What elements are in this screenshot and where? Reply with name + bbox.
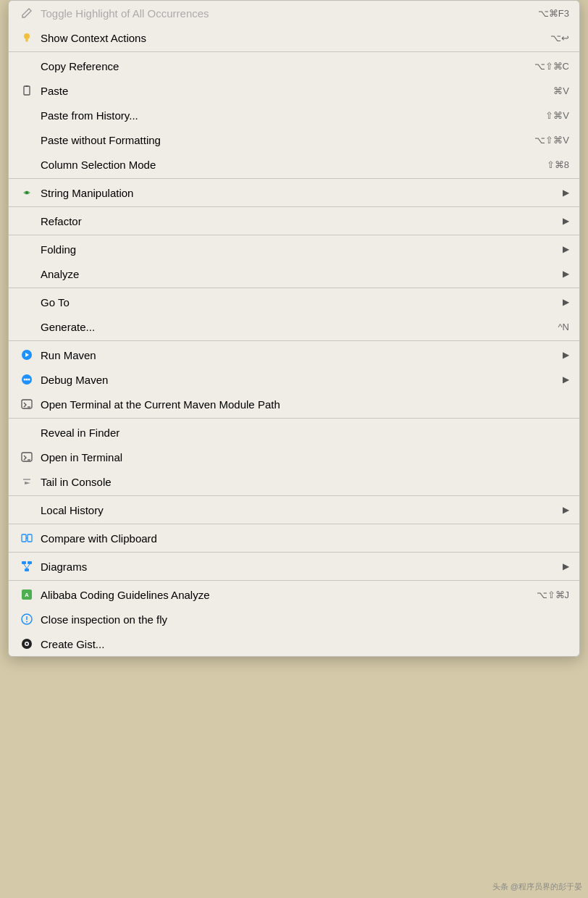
menu-item-shortcut: ⌥⌘F3 (524, 8, 569, 19)
menu-separator (9, 418, 579, 419)
menu-separator (9, 288, 579, 288)
menu-item-label: Copy Reference (41, 60, 520, 72)
menu-item-label: Folding (41, 243, 557, 256)
svg-line-23 (24, 564, 27, 568)
svg-rect-3 (24, 86, 30, 95)
menu-item-label: Local History (41, 504, 557, 516)
menu-separator (9, 580, 579, 581)
svg-rect-20 (22, 561, 26, 564)
svg-rect-18 (28, 534, 32, 542)
menu-item-shortcut: ⇧⌘8 (532, 159, 569, 170)
menu-item-label: Go To (41, 296, 557, 309)
menu-separator (9, 206, 579, 207)
menu-item-label: Close inspection on the fly (41, 613, 569, 626)
menu-item-create-gist[interactable]: Create Gist... (9, 631, 579, 656)
menu-item-paste[interactable]: Paste⌘V (9, 78, 579, 103)
menu-item-refactor[interactable]: Refactor▶ (9, 209, 579, 233)
menu-item-shortcut: ⌘V (539, 85, 569, 96)
menu-item-shortcut: ⌥↩ (536, 33, 569, 43)
menu-separator (9, 178, 579, 179)
menu-item-label: Analyze (41, 268, 557, 280)
menu-item-reveal-in-finder[interactable]: Reveal in Finder (9, 420, 579, 445)
menu-item-open-in-terminal[interactable]: Open in Terminal (9, 445, 579, 469)
menu-item-label: Reveal in Finder (41, 427, 569, 439)
menu-item-label: Refactor (41, 215, 557, 227)
menu-item-label: Paste (41, 85, 539, 97)
submenu-arrow-icon: ▶ (563, 188, 569, 198)
menu-item-generate[interactable]: Generate...^N (9, 314, 579, 339)
menu-item-show-context-actions[interactable]: Show Context Actions⌥↩ (9, 25, 579, 50)
svg-rect-22 (25, 568, 29, 571)
submenu-arrow-icon: ▶ (563, 216, 569, 226)
menu-item-copy-reference[interactable]: Copy Reference⌥⇧⌘C (9, 54, 579, 78)
menu-separator (9, 235, 579, 235)
menu-item-label: Run Maven (41, 349, 557, 361)
alibaba-icon: A (19, 589, 35, 600)
svg-line-24 (27, 564, 30, 568)
menu-item-paste-without-formatting[interactable]: Paste without Formatting⌥⇧⌘V (9, 127, 579, 152)
inspection-icon (19, 613, 35, 625)
menu-item-compare-with-clipboard[interactable]: Compare with Clipboard (9, 526, 579, 550)
menu-item-label: Paste from History... (41, 109, 531, 122)
submenu-arrow-icon: ▶ (563, 374, 569, 385)
svg-marker-16 (25, 482, 30, 484)
submenu-arrow-icon: ▶ (563, 505, 569, 515)
menu-item-shortcut: ⌥⇧⌘V (520, 135, 569, 146)
submenu-arrow-icon: ▶ (563, 350, 569, 360)
menu-item-tail-in-console[interactable]: Tail in Console (9, 469, 579, 494)
menu-item-debug-maven[interactable]: Debug Maven▶ (9, 367, 579, 392)
menu-item-string-manipulation[interactable]: String Manipulation▶ (9, 180, 579, 205)
menu-item-folding[interactable]: Folding▶ (9, 237, 579, 261)
menu-item-shortcut: ⌥⇧⌘J (522, 589, 570, 600)
menu-item-diagrams[interactable]: Diagrams▶ (9, 554, 579, 579)
menu-item-alibaba-coding[interactable]: AAlibaba Coding Guidelines Analyze⌥⇧⌘J (9, 582, 579, 607)
string-icon (19, 187, 35, 198)
menu-separator (9, 51, 579, 52)
menu-separator (9, 340, 579, 341)
svg-point-5 (25, 191, 28, 194)
open-terminal-icon (19, 451, 35, 463)
svg-point-32 (26, 643, 28, 645)
menu-item-analyze[interactable]: Analyze▶ (9, 261, 579, 286)
menu-item-local-history[interactable]: Local History▶ (9, 498, 579, 522)
svg-rect-21 (28, 561, 32, 564)
submenu-arrow-icon: ▶ (563, 561, 569, 571)
menu-item-label: Open in Terminal (41, 451, 569, 463)
paste-icon (19, 85, 35, 96)
menu-item-shortcut: ^N (544, 322, 570, 332)
menu-item-column-selection-mode[interactable]: Column Selection Mode⇧⌘8 (9, 152, 579, 177)
menu-item-label: Tail in Console (41, 476, 569, 488)
submenu-arrow-icon: ▶ (563, 269, 569, 279)
menu-item-label: Compare with Clipboard (41, 532, 569, 545)
menu-item-run-maven[interactable]: Run Maven▶ (9, 343, 579, 367)
menu-item-label: Alibaba Coding Guidelines Analyze (41, 589, 522, 601)
terminal-icon (19, 398, 35, 410)
menu-item-close-inspection[interactable]: Close inspection on the fly (9, 607, 579, 631)
svg-text:A: A (25, 592, 29, 598)
maven-run-icon (19, 349, 35, 361)
svg-rect-1 (25, 39, 28, 41)
diagrams-icon (19, 561, 35, 572)
svg-rect-2 (26, 41, 28, 42)
menu-item-go-to[interactable]: Go To▶ (9, 290, 579, 314)
maven-debug-icon (19, 374, 35, 385)
compare-icon (19, 532, 35, 544)
svg-rect-17 (22, 534, 26, 542)
menu-separator (9, 524, 579, 524)
menu-item-label: Paste without Formatting (41, 134, 520, 146)
menu-item-open-terminal-maven[interactable]: Open Terminal at the Current Maven Modul… (9, 392, 579, 416)
svg-point-8 (24, 379, 26, 381)
menu-item-shortcut: ⇧⌘V (531, 110, 569, 121)
bulb-icon (19, 32, 35, 43)
menu-item-label: Show Context Actions (41, 32, 536, 44)
menu-item-label: Debug Maven (41, 374, 557, 386)
svg-point-10 (28, 379, 30, 381)
context-menu: Toggle Highlight of All Occurrences⌥⌘F3S… (8, 0, 580, 657)
svg-rect-4 (25, 85, 28, 87)
svg-marker-15 (23, 479, 30, 480)
menu-item-label: Generate... (41, 321, 544, 333)
submenu-arrow-icon: ▶ (563, 297, 569, 307)
menu-item-paste-from-history[interactable]: Paste from History...⇧⌘V (9, 103, 579, 127)
menu-item-label: Create Gist... (41, 638, 569, 650)
watermark: 头条 @程序员界的彭于晏 (492, 881, 582, 892)
